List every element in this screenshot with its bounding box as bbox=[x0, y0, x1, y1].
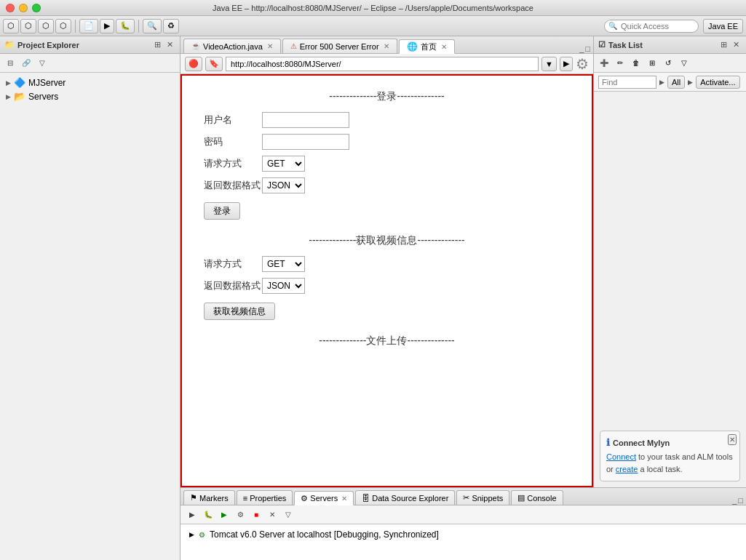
maximize-button[interactable] bbox=[32, 4, 41, 12]
tab-close-homepage[interactable]: ✕ bbox=[441, 43, 447, 51]
toolbar-run-btn[interactable]: ▶ bbox=[100, 19, 114, 33]
main-toolbar: ⬡ ⬡ ⬡ ⬡ 📄 ▶ 🐛 🔍 ♻ Java EE bbox=[0, 16, 746, 36]
tree-arrow-mjserver: ▶ bbox=[6, 79, 11, 87]
method-select[interactable]: GET POST bbox=[262, 156, 305, 172]
close-button[interactable] bbox=[6, 4, 15, 12]
tab-properties[interactable]: ≡ Properties bbox=[237, 490, 293, 505]
project-explorer-menu[interactable]: ⊞ bbox=[152, 39, 163, 50]
server-start-btn[interactable]: ▶ bbox=[185, 508, 199, 521]
video-section: --------------获取视频信息-------------- 请求方式 … bbox=[204, 234, 570, 320]
task-edit-btn[interactable]: ✏ bbox=[613, 57, 627, 70]
server-row-tomcat[interactable]: ▶ ⚙ Tomcat v6.0 Server at localhost [Deb… bbox=[186, 527, 740, 542]
servers-icon: ⚙ bbox=[301, 494, 308, 503]
minimize-editor-btn[interactable]: _ bbox=[579, 44, 584, 53]
server-more-btn[interactable]: ▽ bbox=[281, 508, 295, 521]
maximize-editor-btn[interactable]: □ bbox=[585, 44, 590, 53]
server-debug-btn[interactable]: 🐛 bbox=[201, 508, 215, 521]
console-icon: ▤ bbox=[517, 493, 525, 503]
connect-link[interactable]: Connect bbox=[606, 452, 636, 461]
tab-close-videoaction[interactable]: ✕ bbox=[267, 42, 273, 50]
toolbar-new-btn[interactable]: 📄 bbox=[79, 19, 98, 33]
login-button[interactable]: 登录 bbox=[204, 202, 240, 220]
username-input[interactable] bbox=[262, 112, 349, 128]
task-sync-btn[interactable]: ↺ bbox=[661, 57, 675, 70]
toolbar-btn-2[interactable]: ⬡ bbox=[20, 19, 36, 33]
tab-markers[interactable]: ⚑ Markers bbox=[183, 490, 235, 505]
link-editor-btn[interactable]: 🔗 bbox=[19, 57, 33, 70]
browser-extra-icon[interactable]: ⚙ bbox=[576, 55, 589, 73]
username-row: 用户名 bbox=[204, 112, 570, 128]
server-status-indicator: ⚙ bbox=[199, 531, 205, 539]
toolbar-search-btn[interactable]: 🔍 bbox=[143, 19, 162, 33]
task-more-btn[interactable]: ▽ bbox=[677, 57, 691, 70]
task-add-btn[interactable]: ➕ bbox=[597, 57, 611, 70]
tab-close-error[interactable]: ✕ bbox=[384, 42, 389, 50]
tab-videoaction[interactable]: ☕ VideoAction.java ✕ bbox=[183, 39, 281, 53]
toolbar-btn-4[interactable]: ⬡ bbox=[55, 19, 71, 33]
view-menu-btn[interactable]: ▽ bbox=[35, 57, 49, 70]
quick-access-input[interactable] bbox=[604, 20, 699, 33]
right-panel: ☑ Task List ⊞ ✕ ➕ ✏ 🗑 ⊞ ↺ ▽ bbox=[593, 36, 746, 487]
upload-section-title: --------------文件上传-------------- bbox=[204, 335, 570, 348]
bottom-tab-controls: _ □ bbox=[732, 496, 743, 505]
tab-console[interactable]: ▤ Console bbox=[511, 490, 563, 505]
task-find-input[interactable] bbox=[598, 76, 656, 89]
collapse-all-btn[interactable]: ⊟ bbox=[3, 57, 17, 70]
filter-activate-btn[interactable]: Activate... bbox=[696, 76, 739, 89]
url-input[interactable] bbox=[226, 57, 539, 71]
info-icon: ℹ bbox=[606, 437, 610, 448]
tab-servers[interactable]: ⚙ Servers ✕ bbox=[294, 491, 354, 505]
stop-record-btn[interactable]: 🔴 bbox=[185, 57, 202, 71]
tab-homepage[interactable]: 🌐 首页 ✕ bbox=[399, 39, 455, 54]
server-expand-arrow: ▶ bbox=[189, 531, 194, 538]
task-panel-actions: ⊞ ✕ bbox=[718, 39, 742, 50]
java-ee-button[interactable]: Java EE bbox=[703, 19, 743, 33]
mylyn-text: Connect to your task and ALM tools or cr… bbox=[606, 451, 734, 475]
minimize-bottom-btn[interactable]: _ bbox=[732, 496, 737, 505]
mylyn-close-btn[interactable]: ✕ bbox=[728, 434, 737, 445]
server-profile-btn[interactable]: ⚙ bbox=[233, 508, 247, 521]
tab-snippets[interactable]: ✂ Snippets bbox=[456, 490, 509, 505]
create-link[interactable]: create bbox=[616, 465, 638, 473]
server-remove-btn[interactable]: ✕ bbox=[265, 508, 279, 521]
url-dropdown-btn[interactable]: ▼ bbox=[541, 57, 557, 71]
toolbar-sep-2 bbox=[138, 20, 139, 33]
task-list-header: ☑ Task List ⊞ ✕ bbox=[594, 36, 746, 54]
go-btn[interactable]: ▶ bbox=[560, 57, 573, 71]
video-format-label: 返回数据格式 bbox=[204, 279, 262, 292]
format-select[interactable]: JSON XML bbox=[262, 177, 305, 193]
video-format-select[interactable]: JSON XML bbox=[262, 278, 305, 294]
task-delete-btn[interactable]: 🗑 bbox=[629, 57, 643, 70]
tab-datasource[interactable]: 🗄 Data Source Explorer bbox=[355, 490, 455, 505]
bookmark-btn[interactable]: 🔖 bbox=[205, 57, 223, 71]
toolbar-btn-1[interactable]: ⬡ bbox=[3, 19, 19, 33]
task-icon: ☑ bbox=[598, 40, 606, 49]
toolbar-refactor-btn[interactable]: ♻ bbox=[163, 19, 179, 33]
minimize-button[interactable] bbox=[19, 4, 28, 12]
password-input[interactable] bbox=[262, 134, 349, 150]
password-label: 密码 bbox=[204, 135, 262, 148]
tree-item-mjserver[interactable]: ▶ 🔷 MJServer bbox=[0, 76, 180, 89]
tab-servers-close[interactable]: ✕ bbox=[341, 495, 347, 503]
password-row: 密码 bbox=[204, 134, 570, 150]
toolbar-btn-3[interactable]: ⬡ bbox=[38, 19, 54, 33]
video-btn-row: 获取视频信息 bbox=[204, 300, 570, 320]
server-run-btn[interactable]: ▶ bbox=[217, 508, 231, 521]
browser-bar: 🔴 🔖 ▼ ▶ ⚙ bbox=[180, 54, 593, 74]
project-explorer-close[interactable]: ✕ bbox=[164, 39, 175, 50]
get-video-button[interactable]: 获取视频信息 bbox=[204, 303, 275, 320]
toolbar-debug-btn[interactable]: 🐛 bbox=[116, 19, 135, 33]
video-method-select[interactable]: GET POST bbox=[262, 256, 305, 272]
maximize-bottom-btn[interactable]: □ bbox=[738, 496, 743, 505]
task-menu-btn[interactable]: ⊞ bbox=[718, 39, 729, 50]
project-explorer-header: 📁 Project Explorer ⊞ ✕ bbox=[0, 36, 180, 54]
folder-servers-icon: 📂 bbox=[14, 91, 25, 102]
tree-item-servers[interactable]: ▶ 📂 Servers bbox=[0, 89, 180, 103]
tab-error500[interactable]: ⚠ Error 500 Server Error ✕ bbox=[282, 39, 397, 53]
project-toolbar: ⊟ 🔗 ▽ bbox=[0, 54, 180, 73]
task-filter-btn[interactable]: ⊞ bbox=[645, 57, 659, 70]
filter-all-btn[interactable]: All bbox=[667, 76, 685, 89]
task-close-btn[interactable]: ✕ bbox=[731, 39, 742, 50]
left-panel: 📁 Project Explorer ⊞ ✕ ⊟ 🔗 ▽ ▶ 🔷 MJServe… bbox=[0, 36, 180, 560]
server-stop-btn[interactable]: ■ bbox=[249, 508, 263, 521]
